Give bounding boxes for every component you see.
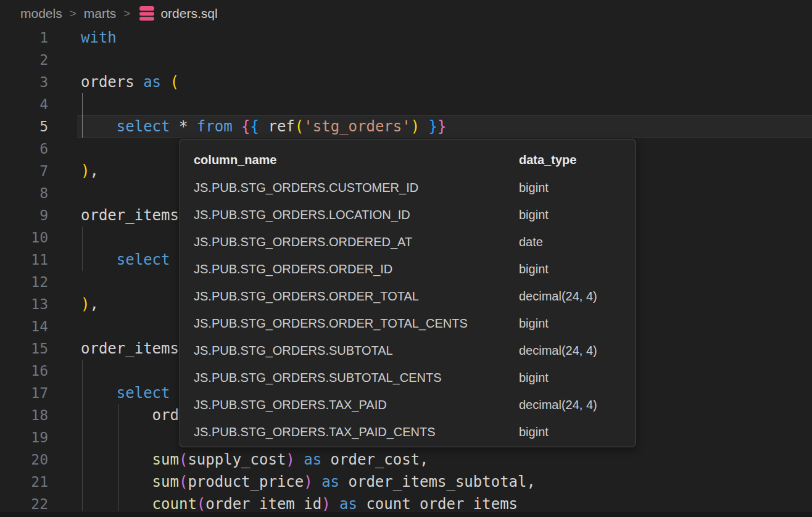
popup-row: JS.PUB.STG_ORDERS.ORDER_TOTALdecimal(24,… (180, 283, 635, 310)
code-line-text (48, 426, 81, 449)
popup-cell-column-name: JS.PUB.STG_ORDERS.ORDERED_AT (194, 228, 519, 255)
code-line[interactable]: 21 sum(product_price) as order_items_sub… (0, 471, 812, 493)
popup-cell-data-type: bigint (519, 364, 635, 391)
line-number: 2 (0, 49, 48, 71)
popup-row: JS.PUB.STG_ORDERS.CUSTOMER_IDbigint (180, 174, 635, 201)
popup-cell-column-name: JS.PUB.STG_ORDERS.SUBTOTAL_CENTS (194, 364, 519, 391)
code-line[interactable]: 2 (0, 49, 812, 71)
line-number: 19 (0, 426, 48, 449)
line-number: 17 (0, 382, 48, 404)
indent-guide (82, 449, 83, 471)
popup-cell-data-type: date (519, 228, 635, 255)
popup-cell-column-name: JS.PUB.STG_ORDERS.CUSTOMER_ID (194, 174, 519, 201)
code-line-text (48, 138, 81, 160)
indent-guide (118, 471, 119, 493)
line-number: 4 (0, 93, 48, 115)
popup-cell-data-type: bigint (519, 255, 635, 283)
chevron-right-icon: > (70, 7, 77, 20)
breadcrumb-item-marts[interactable]: marts (84, 6, 117, 21)
popup-cell-data-type: bigint (519, 201, 635, 228)
line-number: 1 (0, 27, 48, 49)
code-line-text (48, 271, 81, 293)
indent-guide (82, 226, 83, 249)
code-line-text: select (48, 249, 170, 271)
line-number: 15 (0, 337, 48, 360)
line-number: 20 (0, 449, 48, 471)
popup-row: JS.PUB.STG_ORDERS.TAX_PAIDdecimal(24, 4) (180, 391, 635, 418)
line-number: 14 (0, 315, 48, 337)
indent-guide (82, 249, 83, 271)
popup-cell-data-type: decimal(24, 4) (519, 391, 635, 418)
popup-header-data-type: data_type (519, 146, 635, 174)
indent-guide (118, 449, 119, 471)
line-number: 3 (0, 71, 48, 93)
indent-guide (82, 93, 83, 115)
indent-guide (82, 426, 83, 449)
line-number: 6 (0, 138, 48, 160)
popup-row: JS.PUB.STG_ORDERS.ORDERED_ATdate (180, 228, 635, 255)
code-line-text (48, 49, 81, 71)
line-number: 8 (0, 182, 48, 204)
popup-row: JS.PUB.STG_ORDERS.LOCATION_IDbigint (180, 201, 635, 228)
popup-cell-data-type: decimal(24, 4) (519, 337, 635, 364)
indent-guide (82, 382, 83, 404)
indent-guide (82, 360, 83, 382)
popup-header-row: column_name data_type (180, 146, 635, 174)
code-line-text (48, 360, 81, 382)
line-number: 9 (0, 204, 48, 226)
indent-guide (82, 404, 83, 426)
line-number: 10 (0, 226, 48, 249)
popup-cell-column-name: JS.PUB.STG_ORDERS.TAX_PAID_CENTS (194, 418, 519, 445)
hover-popup: column_name data_type JS.PUB.STG_ORDERS.… (180, 139, 636, 447)
line-number: 18 (0, 404, 48, 426)
chevron-right-icon: > (123, 7, 130, 20)
breadcrumb-file-name[interactable]: orders.sql (160, 6, 217, 21)
line-number: 5 (0, 115, 48, 138)
code-line-text: ), (48, 160, 99, 182)
code-line-text: ord (48, 404, 179, 426)
popup-row: JS.PUB.STG_ORDERS.TAX_PAID_CENTSbigint (180, 418, 635, 445)
editor-window: { "breadcrumb": { "separator": ">", "seg… (0, 0, 812, 517)
popup-cell-column-name: JS.PUB.STG_ORDERS.SUBTOTAL (194, 337, 519, 364)
code-line-text: orders as ( (48, 71, 179, 93)
code-line-text (48, 182, 81, 204)
code-line[interactable]: 4 (0, 93, 812, 115)
code-line-text: with (48, 27, 117, 49)
popup-cell-column-name: JS.PUB.STG_ORDERS.ORDER_TOTAL (194, 283, 519, 310)
line-number: 7 (0, 160, 48, 182)
code-line-text (48, 315, 81, 337)
popup-cell-column-name: JS.PUB.STG_ORDERS.ORDER_ID (194, 255, 519, 283)
code-line[interactable]: 3orders as ( (0, 71, 812, 93)
code-line[interactable]: 20 sum(supply_cost) as order_cost, (0, 449, 812, 471)
popup-row: JS.PUB.STG_ORDERS.ORDER_IDbigint (180, 255, 635, 283)
breadcrumb-item-models[interactable]: models (20, 6, 62, 21)
popup-row: JS.PUB.STG_ORDERS.SUBTOTAL_CENTSbigint (180, 364, 635, 391)
popup-cell-data-type: decimal(24, 4) (519, 283, 635, 310)
indent-guide (118, 426, 119, 449)
line-number: 11 (0, 249, 48, 271)
breadcrumb: models > marts > orders.sql (0, 0, 812, 27)
popup-cell-data-type: bigint (519, 310, 635, 337)
code-line-text: sum(supply_cost) as order_cost, (48, 449, 429, 471)
popup-row: JS.PUB.STG_ORDERS.SUBTOTALdecimal(24, 4) (180, 337, 635, 364)
line-number: 21 (0, 471, 48, 493)
code-line-text: order_items (48, 337, 179, 360)
code-line-text: sum(product_price) as order_items_subtot… (48, 471, 536, 493)
code-line-text: select * from {{ ref('stg_orders') }} (48, 115, 446, 138)
popup-cell-column-name: JS.PUB.STG_ORDERS.ORDER_TOTAL_CENTS (194, 310, 519, 337)
code-line-text (48, 226, 81, 249)
indent-guide (82, 471, 83, 493)
popup-rows: JS.PUB.STG_ORDERS.CUSTOMER_IDbigintJS.PU… (180, 174, 635, 445)
line-number: 16 (0, 360, 48, 382)
popup-cell-column-name: JS.PUB.STG_ORDERS.LOCATION_ID (194, 201, 519, 228)
code-line-text: ), (48, 293, 99, 315)
popup-cell-data-type: bigint (519, 418, 635, 445)
code-line-text: select (48, 382, 170, 404)
code-line[interactable]: 5 select * from {{ ref('stg_orders') }} (0, 115, 812, 138)
editor-bottom-edge (0, 511, 812, 517)
indent-guide (82, 115, 83, 138)
database-icon (139, 6, 155, 21)
popup-cell-data-type: bigint (519, 174, 635, 201)
code-line-text: order_items (48, 204, 179, 226)
code-line[interactable]: 1with (0, 27, 812, 49)
